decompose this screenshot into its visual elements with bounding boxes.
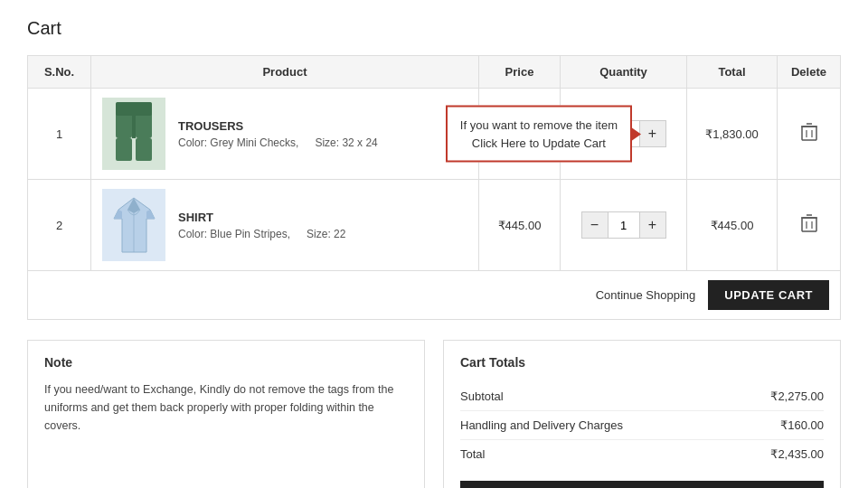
row2-delete-cell <box>778 180 841 271</box>
col-sno: S.No. <box>28 56 91 89</box>
handling-label: Handling and Delivery Charges <box>460 418 623 432</box>
total-value: ₹2,435.00 <box>770 447 824 461</box>
subtotal-value: ₹2,275.00 <box>770 389 824 403</box>
row2-price: ₹445.00 <box>479 180 561 271</box>
tooltip-line1: If you want to remove the item <box>460 117 618 135</box>
cart-totals-box: Cart Totals Subtotal ₹2,275.00 Handling … <box>443 340 841 488</box>
row2-quantity-cell: − + <box>561 180 687 271</box>
row1-sno: 1 <box>28 89 91 180</box>
col-total: Total <box>687 56 778 89</box>
cart-totals-title: Cart Totals <box>460 355 824 370</box>
row1-product-name: TROUSERS <box>178 119 378 133</box>
svg-marker-15 <box>146 210 155 219</box>
row1-product-image <box>102 98 165 170</box>
row1-delete-button[interactable] <box>797 119 821 149</box>
svg-rect-6 <box>802 127 816 140</box>
row1-size: Size: 32 x 24 <box>315 136 377 149</box>
col-quantity: Quantity <box>561 56 687 89</box>
row1-color: Color: Grey Mini Checks, <box>178 136 298 149</box>
table-row: 1 TROUSERS <box>28 89 841 180</box>
row1-product-info: TROUSERS Color: Grey Mini Checks, Size: … <box>178 119 378 149</box>
total-row: Total ₹2,435.00 <box>460 440 824 468</box>
row2-qty-input[interactable] <box>608 212 640 238</box>
row2-sno: 2 <box>28 180 91 271</box>
row2-product-name: SHIRT <box>178 211 345 224</box>
subtotal-row: Subtotal ₹2,275.00 <box>460 382 824 411</box>
row2-total: ₹445.00 <box>687 180 778 271</box>
handling-row: Handling and Delivery Charges ₹160.00 <box>460 411 824 440</box>
row2-qty-control: − + <box>581 211 666 239</box>
row2-product-cell: SHIRT Color: Blue Pin Stripes, Size: 22 <box>91 180 479 271</box>
row2-product-image <box>102 189 165 261</box>
row1-qty-increase[interactable]: + <box>640 121 665 146</box>
proceed-to-checkout-button[interactable]: PROCEED TO CHECKOUT <box>460 481 824 488</box>
remove-item-tooltip: If you want to remove the item Click Her… <box>446 106 632 163</box>
tooltip-line2: Click Here to Update Cart <box>460 134 618 152</box>
col-delete: Delete <box>778 56 841 89</box>
row2-qty-decrease[interactable]: − <box>582 212 608 238</box>
cart-footer-cell: Continue Shopping UPDATE CART <box>28 271 841 320</box>
note-text: If you need/want to Exchange, Kindly do … <box>44 380 408 435</box>
col-price: Price <box>479 56 561 89</box>
svg-marker-14 <box>114 210 122 219</box>
cart-footer-row: Continue Shopping UPDATE CART <box>28 271 841 320</box>
bottom-section: Note If you need/want to Exchange, Kindl… <box>27 340 841 488</box>
row1-quantity-cell: − + If you want to remove the item Click… <box>561 89 687 180</box>
row2-delete-button[interactable] <box>797 211 821 240</box>
cart-table: S.No. Product Price Quantity Total Delet… <box>27 55 841 320</box>
note-title: Note <box>44 355 408 370</box>
note-box: Note If you need/want to Exchange, Kindl… <box>27 340 425 488</box>
row2-qty-increase[interactable]: + <box>640 212 665 238</box>
row2-size: Size: 22 <box>307 228 345 240</box>
row1-product-cell: TROUSERS Color: Grey Mini Checks, Size: … <box>91 89 479 180</box>
continue-shopping-link[interactable]: Continue Shopping <box>596 288 696 302</box>
col-product: Product <box>91 56 479 89</box>
row1-total: ₹1,830.00 <box>687 89 778 180</box>
svg-rect-16 <box>802 218 816 231</box>
svg-rect-3 <box>132 116 136 138</box>
table-row: 2 <box>28 180 841 271</box>
row2-product-info: SHIRT Color: Blue Pin Stripes, Size: 22 <box>178 211 345 240</box>
page-title: Cart <box>27 18 841 39</box>
row2-color: Color: Blue Pin Stripes, <box>178 228 290 240</box>
row1-delete-cell <box>778 89 841 180</box>
svg-rect-4 <box>116 138 132 161</box>
total-label: Total <box>460 447 485 461</box>
handling-value: ₹160.00 <box>780 418 824 432</box>
update-cart-button[interactable]: UPDATE CART <box>708 280 829 310</box>
subtotal-label: Subtotal <box>460 389 504 403</box>
svg-rect-5 <box>136 138 152 161</box>
svg-rect-2 <box>116 102 152 116</box>
